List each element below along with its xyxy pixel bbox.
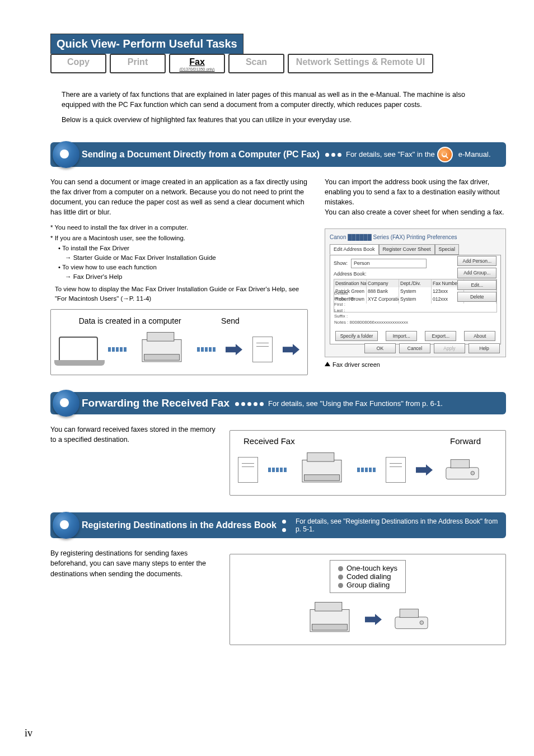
section-bullet-icon (53, 512, 79, 539)
section2-title: Forwarding the Received Fax (82, 397, 229, 409)
group-label: Group dialing (346, 581, 390, 589)
fax-machine-icon (392, 605, 431, 633)
cancel-button[interactable]: Cancel (399, 343, 430, 353)
section3-header: Registering Destinations in the Address … (50, 512, 506, 538)
export-button[interactable]: Export... (425, 331, 456, 341)
bullet-icon (338, 566, 343, 571)
import-button[interactable]: Import... (386, 331, 417, 341)
add-person-button[interactable]: Add Person... (457, 256, 496, 266)
detail-line: Notes : 8008008066xxxxxxxxxxxxxxx (334, 320, 408, 325)
ok-button[interactable]: OK (364, 343, 396, 353)
tab-copy[interactable]: Copy (50, 54, 106, 73)
arrow-icon (365, 614, 382, 625)
document-icon (386, 457, 406, 483)
document-icon (252, 337, 273, 362)
add-group-button[interactable]: Add Group... (457, 268, 496, 278)
section2-tail: For details, see "Using the Fax Function… (268, 399, 443, 408)
tab-fax-sublabel: (D1370/D1350 only) (175, 67, 219, 71)
mfp-icon (297, 450, 347, 489)
specify-folder-button[interactable]: Specify a folder (335, 331, 378, 341)
intro-p1: There are a variety of fax functions tha… (62, 90, 495, 110)
leader-dots (281, 517, 292, 534)
section1-right-text1: You can import the address book using th… (325, 177, 506, 207)
label-received: Received Fax (243, 436, 295, 446)
th-name: Destination Name (334, 279, 367, 287)
svg-rect-10 (315, 603, 342, 612)
emanual-icon (437, 147, 453, 162)
tab-row: Copy Print Fax (D1370/D1350 only) Scan N… (50, 54, 506, 73)
section1-left-text: You can send a document or image created… (50, 177, 308, 218)
note3: • To install the Fax Driver (58, 244, 308, 253)
bullet-icon (338, 575, 343, 580)
svg-rect-2 (144, 354, 180, 361)
note6: → Fax Driver's Help (65, 272, 308, 282)
details-label: Details (334, 291, 408, 296)
page-number: iv (25, 727, 32, 739)
dial-methods-box: One-touch keys Coded dialing Group diali… (330, 560, 406, 593)
tab-network[interactable]: Network Settings & Remote UI (288, 54, 433, 73)
ss-show-label: Show: (334, 260, 348, 267)
section3-title: Registering Destinations in the Address … (82, 520, 277, 530)
section2-text: You can forward received faxes stored in… (50, 424, 218, 445)
section3-text: By registering destinations for sending … (50, 548, 218, 578)
help-button[interactable]: Help (469, 343, 500, 353)
triangle-icon (325, 362, 330, 366)
mfp-icon (305, 600, 355, 639)
ss-tab-special[interactable]: Special (435, 244, 460, 255)
screenshot-caption: Fax driver screen (325, 361, 506, 370)
tab-fax-label: Fax (189, 57, 205, 67)
page-title-bar: Quick View- Perform Useful Tasks (50, 34, 243, 54)
section1-header: Sending a Document Directly from a Compu… (50, 142, 506, 167)
data-dots-icon (357, 468, 376, 472)
bullet-icon (338, 583, 343, 588)
apply-button[interactable]: Apply (434, 343, 465, 353)
ss-show-select[interactable]: Person (351, 259, 427, 268)
intro-text: There are a variety of fax functions tha… (62, 90, 495, 125)
about-button[interactable]: About (464, 331, 495, 341)
ss-tab-addressbook[interactable]: Edit Address Book (330, 244, 379, 255)
section1-title: Sending a Document Directly from a Compu… (82, 150, 320, 160)
note4: → Starter Guide or Mac Fax Driver Instal… (65, 253, 308, 263)
section1-tail-b: e-Manual. (458, 150, 491, 158)
svg-rect-7 (451, 460, 469, 468)
data-dots-icon (108, 347, 127, 352)
svg-rect-11 (312, 624, 348, 631)
section-bullet-icon (53, 141, 79, 168)
leader-dots (324, 150, 343, 158)
edit-button[interactable]: Edit... (457, 280, 496, 290)
document-icon (238, 457, 258, 483)
tab-print[interactable]: Print (110, 54, 166, 73)
svg-rect-5 (305, 475, 340, 481)
onetouch-label: One-touch keys (346, 564, 397, 572)
svg-rect-1 (147, 333, 174, 342)
pcfax-diagram: Data is created in a computer Send (50, 309, 308, 375)
detail-line: Prefix : Mr (334, 296, 408, 302)
fax-driver-screenshot: Canon ██████ Series (FAX) Printing Prefe… (325, 228, 506, 357)
register-diagram: One-touch keys Coded dialing Group diali… (229, 554, 506, 645)
note2: * If you are a Macintosh user, see the f… (50, 234, 308, 243)
mfp-icon (137, 330, 187, 369)
section3-tail: For details, see "Registering Destinatio… (296, 517, 498, 533)
tab-scan[interactable]: Scan (228, 54, 284, 73)
data-dots-icon (197, 347, 216, 352)
ss-details: Details Prefix : Mr First : Last : Suffi… (334, 291, 408, 325)
intro-p2: Below is a quick overview of highlighted… (62, 115, 495, 125)
diag-label-created: Data is created in a computer (79, 315, 181, 326)
delete-button[interactable]: Delete (457, 292, 496, 302)
tab-fax[interactable]: Fax (D1370/D1350 only) (169, 54, 225, 73)
note7: To view how to display the Mac Fax Drive… (55, 284, 308, 304)
note5: • To view how to use each function (58, 263, 308, 272)
arrow-icon (226, 344, 242, 355)
label-forward: Forward (450, 436, 481, 446)
coded-label: Coded dialing (346, 572, 391, 581)
svg-point-8 (471, 472, 475, 475)
arrow-icon (416, 464, 433, 475)
svg-rect-4 (307, 453, 334, 462)
forward-diagram: Received Fax Forward (229, 430, 506, 496)
section1-right-text2: You can also create a cover sheet for wh… (325, 207, 506, 217)
section-bullet-icon (53, 390, 79, 417)
ss-tab-coversheet[interactable]: Register Cover Sheet (379, 244, 435, 255)
diag-label-send: Send (221, 315, 240, 326)
note1: * You need to install the fax driver in … (50, 223, 308, 232)
section1-tail-a: For details, see "Fax" in the (346, 150, 435, 158)
